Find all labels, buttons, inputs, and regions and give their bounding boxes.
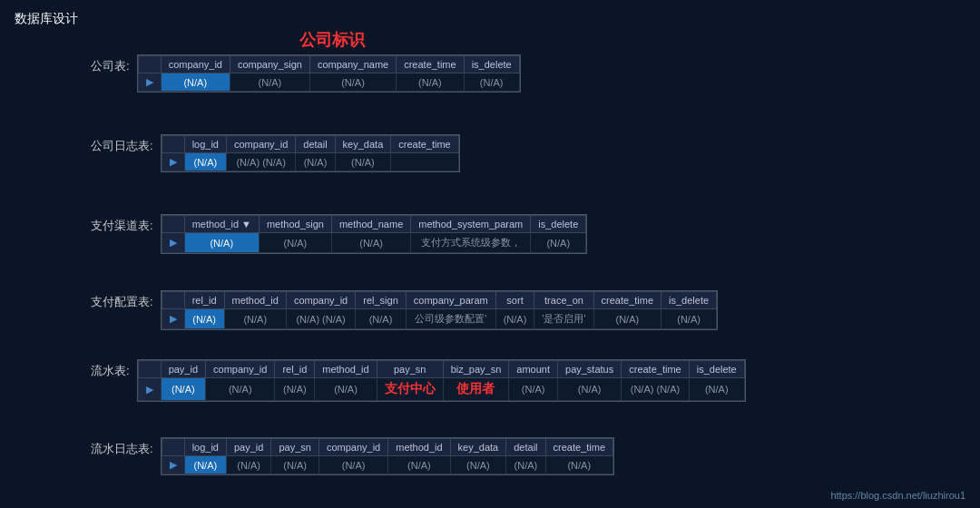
col-header-flow_log-2: pay_sn — [271, 439, 318, 456]
cell-flow_log-5: (N/A) — [450, 456, 506, 474]
col-header-flow_log-6: detail — [506, 439, 545, 456]
cell-company_log-2: (N/A) — [296, 153, 335, 171]
col-header-flow-6: amount — [509, 361, 558, 378]
bottom-link: https://blog.csdn.net/liuzhirou1 — [830, 490, 965, 501]
col-header-company_log-1: company_id — [226, 136, 295, 153]
col-header-company_log-3: key_data — [335, 136, 391, 153]
cell-payment_channel-4: (N/A) — [531, 233, 586, 253]
section-label-flow: 流水表: — [91, 359, 130, 379]
cell-flow-6: (N/A) — [509, 378, 558, 401]
cell-flow-2: (N/A) — [275, 378, 315, 401]
col-header-payment_config-7: create_time — [593, 292, 661, 309]
section-label-payment_channel: 支付渠道表: — [91, 214, 153, 234]
table-section-payment_config: 支付配置表:rel_idmethod_idcompany_idrel_signc… — [91, 290, 718, 330]
col-header-payment_channel-3: method_system_param — [411, 216, 531, 233]
col-header-company_log-2: detail — [296, 136, 335, 153]
col-header-company-2: company_name — [309, 56, 396, 73]
cell-payment_config-6: '是否启用' — [534, 309, 593, 329]
section-label-flow_log: 流水日志表: — [91, 437, 153, 457]
col-header-flow-9: is_delete — [689, 361, 744, 378]
col-header-flow-3: method_id — [315, 361, 377, 378]
col-header-payment_channel-1: method_sign — [259, 216, 331, 233]
cell-payment_channel-2: (N/A) — [331, 233, 410, 253]
col-header-payment_channel-4: is_delete — [531, 216, 586, 233]
cell-payment_config-8: (N/A) — [662, 309, 717, 329]
cell-flow-0: (N/A) — [161, 378, 205, 401]
col-header-flow_log-7: create_time — [545, 439, 612, 456]
col-header-flow-5: biz_pay_sn — [443, 361, 509, 378]
cell-company-1: (N/A) — [230, 73, 309, 92]
cell-company_log-3: (N/A) — [335, 153, 391, 171]
col-header-flow_log-3: company_id — [318, 439, 387, 456]
col-header-flow_log-0: log_id — [184, 439, 226, 456]
col-header-company-0: company_id — [161, 56, 230, 73]
db-table-flow: pay_idcompany_idrel_idmethod_idpay_snbiz… — [137, 359, 746, 402]
cell-company_log-4 — [391, 153, 458, 171]
table-section-company: 公司表:company_idcompany_signcompany_namecr… — [91, 54, 521, 93]
cell-payment_config-5: (N/A) — [495, 309, 534, 329]
cell-flow_log-2: (N/A) — [271, 456, 318, 474]
cell-company_log-1: (N/A) (N/A) — [226, 153, 295, 171]
section-label-company: 公司表: — [91, 54, 130, 74]
cell-payment_config-7: (N/A) — [593, 309, 661, 329]
cell-payment_config-2: (N/A) (N/A) — [286, 309, 355, 329]
cell-flow_log-1: (N/A) — [226, 456, 270, 474]
col-header-company_log-0: log_id — [184, 136, 226, 153]
cell-payment_config-0: (N/A) — [184, 309, 224, 329]
cell-flow_log-3: (N/A) — [318, 456, 387, 474]
cell-flow-7: (N/A) — [558, 378, 622, 401]
col-header-flow-0: pay_id — [161, 361, 205, 378]
cell-flow-9: (N/A) — [689, 378, 744, 401]
col-header-company-3: create_time — [397, 56, 464, 73]
cell-payment_channel-1: (N/A) — [259, 233, 331, 253]
col-header-payment_config-2: company_id — [286, 292, 355, 309]
col-header-payment_config-5: sort — [495, 292, 534, 309]
col-header-company_log-4: create_time — [391, 136, 458, 153]
cell-payment_channel-0: (N/A) — [184, 233, 259, 253]
db-table-company: company_idcompany_signcompany_namecreate… — [137, 54, 521, 93]
section-label-company_log: 公司日志表: — [91, 134, 153, 154]
cell-company-3: (N/A) — [397, 73, 464, 92]
col-header-flow_log-5: key_data — [450, 439, 506, 456]
col-header-flow-7: pay_status — [558, 361, 622, 378]
col-header-flow-2: rel_id — [275, 361, 315, 378]
db-table-flow_log: log_idpay_idpay_sncompany_idmethod_idkey… — [161, 437, 614, 475]
cell-flow_log-0: (N/A) — [184, 456, 226, 474]
cell-flow_log-6: (N/A) — [506, 456, 545, 474]
col-header-payment_config-0: rel_id — [184, 292, 224, 309]
cell-payment_channel-3: 支付方式系统级参数， — [411, 233, 531, 253]
col-header-company-1: company_sign — [230, 56, 309, 73]
cell-company-2: (N/A) — [309, 73, 396, 92]
cell-company-4: (N/A) — [464, 73, 519, 92]
cell-payment_config-1: (N/A) — [224, 309, 286, 329]
cell-payment_config-3: (N/A) — [356, 309, 407, 329]
company-label: 公司标识 — [299, 29, 365, 51]
col-header-payment_channel-0: method_id ▼ — [184, 216, 259, 233]
table-section-company_log: 公司日志表:log_idcompany_iddetailkey_datacrea… — [91, 134, 460, 172]
col-header-flow_log-4: method_id — [388, 439, 450, 456]
cell-flow_log-4: (N/A) — [388, 456, 450, 474]
cell-flow-4: 支付中心 — [377, 378, 443, 401]
cell-flow-3: (N/A) — [315, 378, 377, 401]
col-header-flow-4: pay_sn — [377, 361, 443, 378]
table-section-payment_channel: 支付渠道表:method_id ▼method_signmethod_namem… — [91, 214, 587, 254]
section-label-payment_config: 支付配置表: — [91, 290, 153, 310]
col-header-company-4: is_delete — [464, 56, 519, 73]
col-header-payment_config-4: company_param — [406, 292, 495, 309]
col-header-payment_channel-2: method_name — [331, 216, 410, 233]
db-table-payment_channel: method_id ▼method_signmethod_namemethod_… — [161, 214, 588, 254]
cell-company_log-0: (N/A) — [184, 153, 226, 171]
cell-flow-5: 使用者 — [443, 378, 509, 401]
col-header-payment_config-3: rel_sign — [356, 292, 407, 309]
cell-flow-8: (N/A) (N/A) — [622, 378, 689, 401]
col-header-payment_config-8: is_delete — [662, 292, 717, 309]
page-title: 数据库设计 — [15, 11, 78, 27]
db-table-company_log: log_idcompany_iddetailkey_datacreate_tim… — [161, 134, 460, 172]
cell-flow-1: (N/A) — [206, 378, 275, 401]
cell-payment_config-4: 公司级参数配置' — [406, 309, 495, 329]
cell-company-0: (N/A) — [161, 73, 230, 92]
col-header-flow-8: create_time — [622, 361, 689, 378]
col-header-flow_log-1: pay_id — [226, 439, 270, 456]
table-section-flow: 流水表:pay_idcompany_idrel_idmethod_idpay_s… — [91, 359, 746, 402]
table-section-flow_log: 流水日志表:log_idpay_idpay_sncompany_idmethod… — [91, 437, 614, 475]
